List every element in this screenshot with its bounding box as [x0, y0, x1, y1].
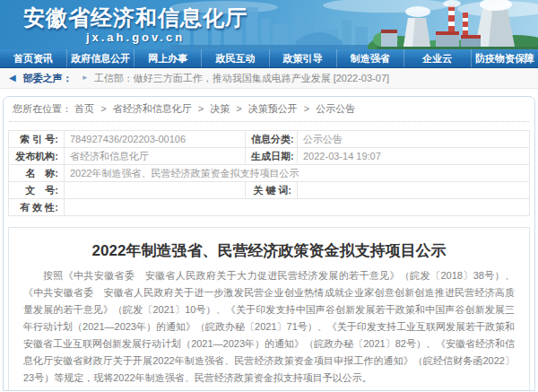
meta-label-date: 生成日期:: [246, 148, 298, 165]
meta-value-validity: [65, 199, 530, 216]
breadcrumb-announcements[interactable]: 公示公告: [316, 103, 355, 114]
nav-item-gov-info-disclosure[interactable]: 政府信息公开: [66, 49, 134, 67]
meta-row-index-category: 索 引 号: 784927436/202203-00106 信息分类: 公示公告: [9, 131, 530, 148]
document-meta-table: 索 引 号: 784927436/202203-00106 信息分类: 公示公告…: [8, 130, 530, 216]
page: 安徽省经济和信息化厅 jx.ah.gov.cn 首页资讯 政府信息公开 网上办事…: [0, 0, 538, 391]
meta-row-name: 名 称: 2022年制造强省、民营经济政策资金拟支持项目公示: [9, 165, 530, 182]
breadcrumb-department[interactable]: 省经济和信息化厅: [113, 103, 192, 114]
breadcrumb-separator: >: [100, 103, 106, 114]
meta-label-validity: 有 效 性:: [9, 199, 65, 216]
nav-item-policy-guidance[interactable]: 政策引导: [269, 49, 336, 67]
meta-value-org: 省经济和信息化厅: [65, 148, 246, 165]
meta-value-keyword: [298, 182, 530, 199]
nav-item-enterprise-cloud[interactable]: 企业云: [404, 49, 471, 67]
meta-row-docnum-keyword: 文 号: 关 键 词:: [9, 182, 530, 199]
nav-item-home-news[interactable]: 首页资讯: [0, 49, 66, 67]
meta-row-validity: 有 效 性:: [9, 199, 530, 216]
content-container: 您所在位置： 首页 > 省经济和信息化厅 > 决策 > 决策预公开 > 公示公告…: [3, 96, 535, 391]
breadcrumb-decisions[interactable]: 决策: [210, 103, 230, 114]
site-brand: 安徽省经济和信息化厅 jx.ah.gov.cn: [23, 5, 247, 45]
nav-item-public-interaction[interactable]: 政民互动: [201, 49, 268, 67]
meta-value-docnum: [65, 182, 246, 199]
news-ticker: ◀ 部委之声： ► 工信部：做好三方面工作，推动我国集成电路产业发展 [2022…: [0, 68, 538, 89]
meta-label-org: 发布机构:: [9, 148, 65, 165]
ticker-news-link[interactable]: 工信部：做好三方面工作，推动我国集成电路产业发展 [2022-03-07]: [94, 72, 389, 85]
breadcrumb-separator: >: [236, 103, 241, 114]
main-nav: 首页资讯 政府信息公开 网上办事 政民互动 政策引导 制造强省 企业云 防疫物资…: [0, 49, 538, 68]
arrow-right-icon: ►: [82, 74, 89, 82]
site-title: 安徽省经济和信息化厅: [23, 5, 247, 30]
meta-label-category: 信息分类:: [246, 131, 298, 148]
breadcrumb-separator: >: [304, 103, 309, 114]
meta-value-date: 2022-03-14 19:07: [298, 148, 530, 165]
site-header: 安徽省经济和信息化厅 jx.ah.gov.cn: [0, 0, 538, 49]
breadcrumb-home[interactable]: 首页: [74, 103, 94, 114]
article-title: 2022年制造强省、民营经济政策资金拟支持项目公示: [23, 240, 515, 262]
meta-value-index: 784927436/202203-00106: [65, 131, 246, 148]
breadcrumb-pre-disclosure[interactable]: 决策预公开: [248, 103, 298, 114]
nav-item-manufacturing-province[interactable]: 制造强省: [336, 49, 404, 67]
ticker-label: 部委之声：: [23, 72, 73, 85]
meta-label-name: 名 称:: [9, 165, 65, 182]
site-url: jx.ah.gov.cn: [23, 30, 247, 45]
article: 2022年制造强省、民营经济政策资金拟支持项目公示 按照《中共安徽省委 安徽省人…: [8, 227, 530, 391]
article-paragraph: 按照《中共安徽省委 安徽省人民政府关于大力促进民营经济发展的若干意见》（皖发〔2…: [23, 267, 515, 387]
meta-label-index: 索 引 号:: [9, 131, 65, 148]
meta-row-org-date: 发布机构: 省经济和信息化厅 生成日期: 2022-03-14 19:07: [9, 148, 530, 165]
nav-item-epidemic-supplies[interactable]: 防疫物资保障: [471, 49, 538, 67]
nav-item-online-services[interactable]: 网上办事: [134, 49, 201, 67]
dotted-divider: [9, 121, 529, 122]
speaker-icon: ◀: [9, 74, 16, 83]
meta-value-name: 2022年制造强省、民营经济政策资金拟支持项目公示: [65, 165, 530, 182]
breadcrumb-separator: >: [198, 103, 204, 114]
breadcrumb-prefix: 您所在位置：: [13, 103, 72, 114]
breadcrumb: 您所在位置： 首页 > 省经济和信息化厅 > 决策 > 决策预公开 > 公示公告: [4, 97, 534, 119]
meta-label-keyword: 关 键 词:: [246, 182, 298, 199]
meta-value-category: 公示公告: [298, 131, 530, 148]
meta-label-docnum: 文 号:: [9, 182, 65, 199]
